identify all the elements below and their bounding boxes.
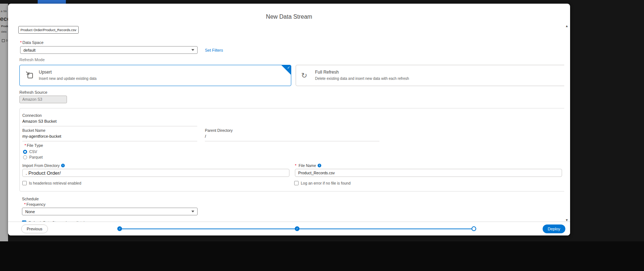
refresh-icon: ↻ (301, 72, 307, 79)
file-name-label-text: File Name (299, 163, 316, 168)
backdrop-text-fragment: D (6, 39, 8, 42)
backdrop-icon-row: D (2, 39, 8, 42)
file-type-radio-csv[interactable]: CSV (23, 149, 37, 154)
upsert-description: Insert new and update existing data (39, 77, 97, 81)
bucket-name-value: my-agentforce-bucket (22, 134, 197, 141)
required-marker: * (20, 40, 22, 45)
import-from-directory-input[interactable]: . Product Order/ (22, 169, 289, 177)
previous-button[interactable]: Previous (21, 224, 48, 233)
chevron-down-icon (191, 211, 194, 212)
progress-step-1-complete[interactable] (117, 226, 122, 231)
background-page-sliver: a Str ece Product data D (0, 4, 8, 241)
check-icon: ✓ (287, 66, 290, 70)
frequency-label: *Frequency (24, 202, 45, 207)
frequency-select[interactable]: None (22, 208, 198, 215)
refresh-mode-option-full-refresh[interactable]: ↻ Full Refresh Delete existing data and … (296, 65, 569, 86)
radio-selected-icon[interactable] (23, 150, 27, 154)
file-type-label-text: File Type (27, 143, 43, 148)
log-error-checkbox-row[interactable]: Log an error if no file is found (294, 181, 351, 185)
file-name-input[interactable]: Product_Records.csv (295, 169, 562, 177)
progress-step-2-complete[interactable] (295, 226, 300, 231)
path-tooltip: Product Order/Product_Records.csv (18, 26, 79, 34)
schedule-label: Schedule (22, 197, 39, 201)
file-type-radio-parquet[interactable]: Parquet (23, 155, 43, 159)
backdrop-text-fragment: data (1, 30, 7, 33)
info-icon (61, 164, 65, 167)
chevron-down-icon (191, 49, 194, 51)
backdrop-text-fragment: Product (1, 25, 8, 28)
data-space-label-text: Data Space (22, 40, 43, 45)
info-icon (318, 164, 321, 167)
new-data-stream-modal: New Data Stream Product Order/Product_Re… (8, 4, 570, 235)
data-space-select[interactable]: default (20, 46, 198, 54)
parent-directory-field: Parent Directory / (205, 128, 379, 141)
document-icon (2, 39, 5, 42)
deploy-button[interactable]: Deploy (543, 224, 565, 233)
frequency-label-text: Frequency (26, 202, 45, 207)
connection-details-section: Connection Amazon S3 Bucket Bucket Name … (19, 108, 569, 192)
refresh-source-label: Refresh Source (19, 90, 47, 94)
bucket-name-field: Bucket Name my-agentforce-bucket (22, 128, 197, 141)
required-marker: * (25, 143, 26, 148)
parquet-radio-label: Parquet (29, 155, 43, 159)
required-marker: * (295, 163, 296, 168)
set-filters-link[interactable]: Set Filters (205, 48, 223, 52)
checkbox-unchecked-icon[interactable] (294, 181, 299, 185)
backdrop-text-fragment: ece (0, 15, 8, 23)
required-marker: * (24, 202, 26, 207)
backdrop-text-fragment: a Str (1, 10, 7, 13)
log-error-label: Log an error if no file is found (301, 181, 351, 185)
browser-tab (38, 0, 66, 4)
full-refresh-title: Full Refresh (315, 70, 339, 75)
import-from-directory-label-text: Import From Directory (22, 163, 60, 168)
refresh-mode-label: Refresh Mode (19, 57, 45, 62)
upsert-title: Upsert (39, 70, 52, 75)
progress-step-3-current[interactable] (472, 226, 476, 231)
parent-directory-value: / (205, 134, 379, 141)
upsert-icon (25, 70, 34, 81)
page-title: New Data Stream (8, 14, 570, 20)
refresh-source-input: Amazon S3 (19, 96, 67, 103)
refresh-mode-option-upsert[interactable]: Upsert Insert new and update existing da… (19, 65, 291, 86)
csv-radio-label: CSV (29, 149, 37, 154)
bucket-name-label: Bucket Name (22, 128, 197, 133)
data-space-value: default (23, 48, 35, 52)
connection-field: Connection Amazon S3 Bucket (22, 113, 197, 126)
connection-value: Amazon S3 Bucket (22, 119, 197, 126)
vertical-scrollbar[interactable] (564, 23, 569, 225)
parent-directory-label: Parent Directory (205, 128, 379, 133)
data-space-label: *Data Space (20, 40, 44, 45)
checkbox-unchecked-icon[interactable] (22, 181, 27, 185)
file-type-label: *File Type (25, 143, 43, 148)
import-from-directory-label: Import From Directory (22, 163, 65, 168)
screen: a Str ece Product data D New Data Stream… (0, 0, 644, 271)
modal-footer: Previous Deploy (8, 222, 570, 235)
full-refresh-description: Delete existing data and insert new data… (315, 77, 409, 81)
radio-unselected-icon[interactable] (23, 155, 27, 159)
frequency-value: None (25, 209, 35, 214)
headerless-retrieval-checkbox-row[interactable]: Is headerless retrieval enabled (22, 181, 81, 185)
connection-label: Connection (22, 113, 197, 118)
headerless-retrieval-label: Is headerless retrieval enabled (29, 181, 81, 185)
scroll-up-icon[interactable] (564, 24, 569, 29)
file-name-label: *File Name (295, 163, 321, 168)
